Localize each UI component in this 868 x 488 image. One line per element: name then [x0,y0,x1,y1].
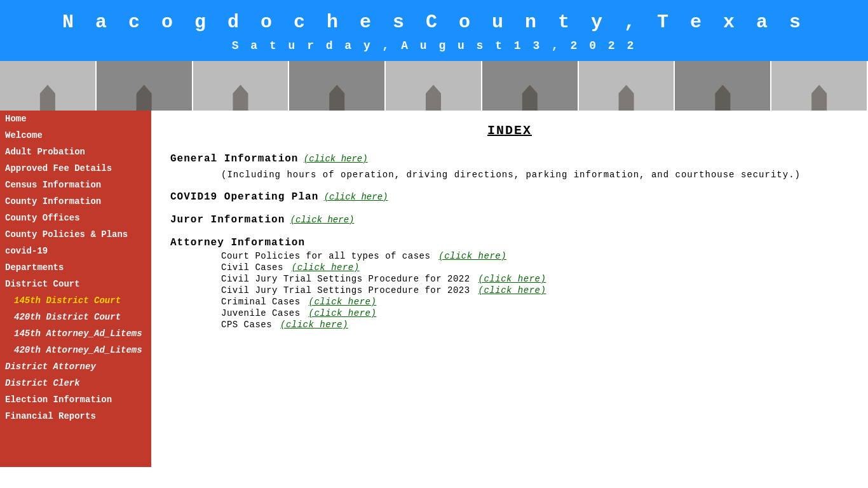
banner-img-2 [97,61,193,111]
sidebar-item-15[interactable]: District Attorney [0,358,151,375]
sidebar-item-4[interactable]: Census Information [0,177,151,193]
banner-img-9 [771,61,868,111]
sidebar-item-18[interactable]: Financial Reports [0,408,151,424]
sub-item-label-attorney-4: Criminal Cases [221,297,306,307]
sidebar-item-3[interactable]: Approved Fee Details [0,160,151,177]
sub-item-link-attorney-2[interactable]: (click here) [478,274,546,284]
sub-item-label-attorney-5: Juvenile Cases [221,308,306,318]
section-title-juror: Juror Information (click here) [170,214,849,226]
sidebar-item-16[interactable]: District Clerk [0,375,151,391]
section-title-attorney: Attorney Information [170,237,849,248]
sidebar-item-9[interactable]: Departments [0,259,151,276]
sub-item-attorney-2: Civil Jury Trial Settings Procedure for … [221,274,849,284]
index-title: INDEX [170,123,849,138]
sub-item-link-attorney-5[interactable]: (click here) [309,308,377,318]
sub-item-label-attorney-3: Civil Jury Trial Settings Procedure for … [221,285,476,295]
sidebar-item-6[interactable]: County Offices [0,210,151,226]
header: N a c o g d o c h e s C o u n t y , T e … [0,0,868,61]
sidebar-item-7[interactable]: County Policies & Plans [0,226,151,243]
sub-items-attorney: Court Policies for all types of cases (c… [221,251,849,330]
section-attorney: Attorney InformationCourt Policies for a… [170,237,849,330]
banner [0,61,868,111]
sub-item-attorney-4: Criminal Cases (click here) [221,297,849,307]
section-general: General Information (click here)(Includi… [170,153,849,180]
sidebar-item-5[interactable]: County Information [0,193,151,210]
sidebar-item-0[interactable]: Home [0,111,151,127]
sidebar-item-1[interactable]: Welcome [0,127,151,144]
sidebar-item-10[interactable]: District Court [0,276,151,292]
sub-item-attorney-1: Civil Cases (click here) [221,262,849,273]
sidebar: HomeWelcomeAdult ProbationApproved Fee D… [0,111,151,467]
sub-item-link-attorney-4[interactable]: (click here) [309,297,377,307]
sub-item-attorney-0: Court Policies for all types of cases (c… [221,251,849,261]
sidebar-item-2[interactable]: Adult Probation [0,144,151,160]
sections-container: General Information (click here)(Includi… [170,153,849,330]
sub-item-attorney-6: CPS Cases (click here) [221,320,849,330]
sub-item-link-attorney-3[interactable]: (click here) [478,285,546,295]
section-juror: Juror Information (click here) [170,214,849,226]
section-desc-general: (Including hours of operation, driving d… [221,170,849,180]
site-date: S a t u r d a y , A u g u s t 1 3 , 2 0 … [6,39,862,52]
section-covid: COVID19 Operating Plan (click here) [170,191,849,203]
sub-item-label-attorney-0: Court Policies for all types of cases [221,251,436,261]
section-title-text-attorney: Attorney Information [170,237,305,248]
sub-item-link-attorney-1[interactable]: (click here) [292,262,360,273]
sub-item-link-attorney-0[interactable]: (click here) [438,251,506,261]
sidebar-item-12[interactable]: 420th District Court [0,309,151,325]
section-link-general[interactable]: (click here) [304,154,368,164]
main-content: INDEX General Information (click here)(I… [151,111,868,467]
sub-item-label-attorney-2: Civil Jury Trial Settings Procedure for … [221,274,476,284]
site-title: N a c o g d o c h e s C o u n t y , T e … [6,11,862,33]
section-title-general: General Information (click here) [170,153,849,165]
section-link-covid[interactable]: (click here) [324,192,388,202]
banner-img-1 [0,61,97,111]
section-title-text-general: General Information [170,153,298,165]
section-title-covid: COVID19 Operating Plan (click here) [170,191,849,203]
sidebar-item-13[interactable]: 145th Attorney_Ad_Litems [0,325,151,342]
banner-img-6 [482,61,579,111]
banner-img-5 [386,61,482,111]
layout: HomeWelcomeAdult ProbationApproved Fee D… [0,111,868,467]
section-title-text-covid: COVID19 Operating Plan [170,191,318,203]
sub-item-label-attorney-1: Civil Cases [221,262,289,273]
banner-img-3 [193,61,290,111]
sub-item-attorney-5: Juvenile Cases (click here) [221,308,849,318]
banner-img-8 [675,61,771,111]
sub-item-attorney-3: Civil Jury Trial Settings Procedure for … [221,285,849,295]
banner-img-7 [579,61,675,111]
section-title-text-juror: Juror Information [170,214,285,226]
sub-item-link-attorney-6[interactable]: (click here) [280,320,348,330]
sub-item-label-attorney-6: CPS Cases [221,320,278,330]
sidebar-item-8[interactable]: covid-19 [0,243,151,259]
sidebar-item-17[interactable]: Election Information [0,391,151,408]
banner-img-4 [289,61,386,111]
section-link-juror[interactable]: (click here) [290,215,355,225]
sidebar-item-11[interactable]: 145th District Court [0,292,151,309]
sidebar-item-14[interactable]: 420th Attorney_Ad_Litems [0,342,151,358]
